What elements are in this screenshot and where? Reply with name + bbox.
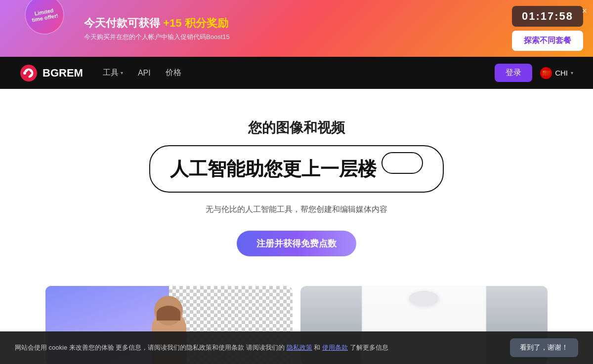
flag-icon: 🇨🇳	[540, 67, 552, 79]
promo-content: 今天付款可获得 +15 积分奖励 今天购买并在您的个人帐户中输入促销代码Boos…	[84, 16, 512, 41]
hero-subtitle: 您的图像和视频	[10, 119, 583, 137]
language-selector[interactable]: 🇨🇳 CHI ▾	[540, 67, 573, 79]
cookie-accept-button[interactable]: 看到了，谢谢！	[510, 338, 578, 357]
promo-banner: Limited time offer! 今天付款可获得 +15 积分奖励 今天购…	[0, 0, 593, 57]
hero-section: 您的图像和视频 人工智能助您更上一层楼 无与伦比的人工智能工具，帮您创建和编辑媒…	[0, 89, 593, 271]
flag-emoji: 🇨🇳	[542, 69, 551, 77]
navbar: BGREM 工具 ▾ API 价格 登录 🇨🇳 CHI ▾	[0, 57, 593, 89]
nav-item-api[interactable]: API	[138, 69, 151, 78]
chevron-down-icon: ▾	[121, 70, 123, 76]
login-button[interactable]: 登录	[495, 64, 532, 82]
nav-label-api: API	[138, 69, 151, 78]
cookie-banner: 网站会使用 cookie 来改善您的体验 更多信息，请阅读我们的隐私政策和使用条…	[0, 331, 593, 364]
cookie-suffix: 了解更多信息	[350, 344, 388, 351]
language-label: CHI	[555, 69, 568, 77]
promo-right: 01:17:58 探索不同套餐	[512, 6, 583, 51]
logo-link[interactable]: BGREM	[20, 64, 83, 82]
promo-badge: Limited time offer!	[22, 0, 68, 38]
promo-title-highlight: +15 积分奖励	[163, 17, 228, 29]
hero-title: 人工智能助您更上一层楼	[149, 145, 444, 193]
promo-title-prefix: 今天付款可获得	[84, 17, 163, 29]
logo-text: BGREM	[42, 67, 83, 80]
cta-button[interactable]: 注册并获得免费点数	[237, 231, 356, 256]
cookie-text: 网站会使用 cookie 来改善您的体验 更多信息，请阅读我们的隐私政策和使用条…	[15, 343, 500, 353]
nav-label-tools: 工具	[103, 68, 119, 78]
cookie-text-main: 网站会使用 cookie 来改善您的体验 更多信息，请阅读我们的隐私政策和使用条…	[15, 344, 285, 351]
hero-logo-spin-icon	[381, 152, 423, 174]
nav-item-tools[interactable]: 工具 ▾	[103, 68, 123, 78]
hero-title-text: 人工智能助您更上一层楼	[170, 157, 377, 182]
explore-button[interactable]: 探索不同套餐	[512, 31, 583, 51]
logo-icon	[20, 64, 38, 82]
close-promo-button[interactable]: ×	[582, 6, 587, 16]
privacy-policy-link[interactable]: 隐私政策	[287, 344, 312, 351]
hero-description: 无与伦比的人工智能工具，帮您创建和编辑媒体内容	[10, 204, 583, 215]
nav-item-price[interactable]: 价格	[166, 68, 181, 78]
promo-title: 今天付款可获得 +15 积分奖励	[84, 16, 512, 31]
promo-subtitle: 今天购买并在您的个人帐户中输入促销代码Boost15	[84, 33, 512, 41]
language-chevron-icon: ▾	[571, 70, 573, 76]
nav-links: 工具 ▾ API 价格	[103, 68, 475, 78]
svg-point-0	[20, 65, 37, 81]
nav-label-price: 价格	[166, 68, 181, 78]
nav-right: 登录 🇨🇳 CHI ▾	[495, 64, 573, 82]
terms-of-use-link[interactable]: 使用条款	[322, 344, 348, 351]
promo-timer: 01:17:58	[512, 6, 583, 27]
